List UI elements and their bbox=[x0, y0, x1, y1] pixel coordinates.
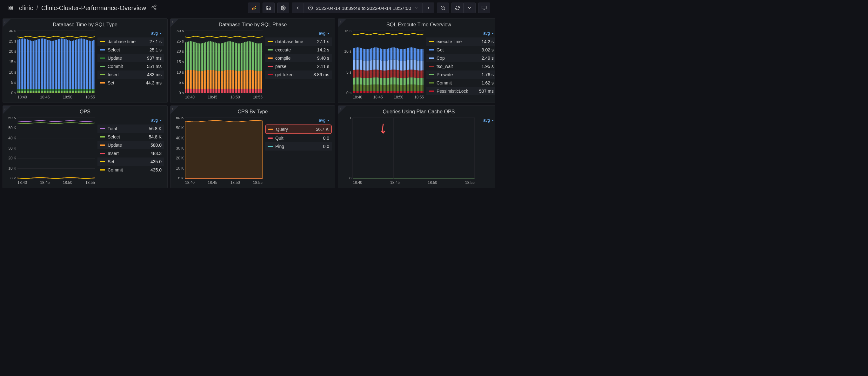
dashboard-grid-icon[interactable] bbox=[5, 3, 17, 13]
legend-swatch bbox=[268, 41, 273, 42]
svg-rect-623 bbox=[380, 70, 381, 78]
svg-rect-588 bbox=[371, 60, 372, 70]
chart-area[interactable]: 0 K10 K20 K30 K40 K50 K60 K 18:4018:4518… bbox=[6, 117, 95, 185]
legend-row[interactable]: Cop 2.49 s bbox=[426, 54, 495, 62]
panel-title: QPS bbox=[6, 108, 164, 117]
chart-area[interactable]: 0 s5 s10 s15 s20 s25 s30 s 18:4018:4518:… bbox=[174, 30, 262, 99]
legend-row[interactable]: Select 25.1 s bbox=[97, 46, 164, 54]
svg-rect-431 bbox=[236, 89, 237, 93]
legend-swatch bbox=[100, 74, 105, 75]
legend-row[interactable]: Ping 0.0 bbox=[265, 142, 332, 151]
info-icon[interactable]: i bbox=[340, 106, 341, 111]
svg-rect-521 bbox=[355, 69, 356, 77]
info-icon[interactable]: i bbox=[172, 106, 173, 111]
legend-row[interactable]: Insert 483 ms bbox=[97, 70, 164, 79]
save-dashboard-button[interactable] bbox=[262, 3, 275, 13]
legend-row[interactable]: parse 2.11 s bbox=[265, 62, 332, 70]
svg-rect-797 bbox=[421, 70, 422, 78]
legend-row[interactable]: Update 937 ms bbox=[97, 54, 164, 62]
panel-title: Database Time by SQL Type bbox=[6, 21, 164, 30]
breadcrumb-folder[interactable]: clinic bbox=[19, 4, 33, 12]
svg-rect-563 bbox=[365, 70, 366, 78]
legend-row[interactable]: PessimisticLock 507 ms bbox=[426, 87, 495, 95]
legend-row[interactable]: Set 435.0 bbox=[97, 158, 164, 166]
svg-rect-561 bbox=[365, 85, 366, 91]
legend-row[interactable]: Commit 1.62 s bbox=[426, 79, 495, 87]
legend-mode-selector[interactable]: avg bbox=[97, 30, 164, 37]
panel-db-time-sql-phase[interactable]: i Database Time by SQL Phase 0 s5 s10 s1… bbox=[170, 19, 335, 103]
svg-rect-607 bbox=[376, 47, 376, 59]
chart-area[interactable]: 0 K10 K20 K30 K40 K50 K60 K 18:4018:4518… bbox=[174, 117, 262, 185]
refresh-button[interactable] bbox=[452, 3, 464, 13]
add-panel-button[interactable] bbox=[248, 3, 260, 13]
legend-mode-selector[interactable]: avg bbox=[426, 30, 495, 37]
legend-row[interactable]: Total 56.8 K bbox=[97, 124, 164, 133]
panel-plan-cache-ops[interactable]: i Queries Using Plan Cache OPS 01 18:401… bbox=[338, 105, 495, 188]
legend-row[interactable]: Commit 435.0 bbox=[97, 166, 164, 174]
legend-row[interactable]: Insert 483.3 bbox=[97, 149, 164, 158]
legend-value: 54.8 K bbox=[149, 134, 162, 139]
legend-row[interactable]: execute time 14.2 s bbox=[426, 37, 495, 46]
legend-row[interactable]: Get 3.02 s bbox=[426, 46, 495, 54]
svg-line-15 bbox=[444, 9, 445, 10]
legend-mode-selector[interactable]: avg bbox=[265, 30, 332, 37]
svg-rect-173 bbox=[59, 39, 60, 89]
svg-rect-717 bbox=[403, 85, 404, 91]
info-icon[interactable]: i bbox=[340, 19, 341, 24]
info-icon[interactable]: i bbox=[172, 19, 173, 24]
svg-rect-571 bbox=[367, 49, 368, 61]
legend-row[interactable]: Commit 551 ms bbox=[97, 62, 164, 70]
legend-row[interactable]: tso_wait 1.95 s bbox=[426, 62, 495, 70]
svg-rect-408 bbox=[227, 70, 228, 89]
svg-rect-744 bbox=[408, 60, 409, 69]
legend-row[interactable]: Select 54.8 K bbox=[97, 133, 164, 141]
info-icon[interactable]: i bbox=[4, 19, 5, 24]
info-icon[interactable]: i bbox=[4, 106, 5, 111]
refresh-interval-dropdown[interactable] bbox=[464, 3, 475, 13]
svg-rect-170 bbox=[59, 92, 60, 93]
chart-area[interactable]: 0 s5 s10 s15 s20 s25 s30 s 18:4018:4518:… bbox=[6, 30, 95, 99]
svg-text:50 K: 50 K bbox=[176, 126, 184, 130]
panel-sql-exec-time[interactable]: i SQL Execute Time Overview 0 s5 s10 s15… bbox=[338, 19, 495, 103]
svg-rect-233 bbox=[78, 39, 79, 89]
legend-row[interactable]: Update 580.0 bbox=[97, 141, 164, 149]
legend-row[interactable]: compile 9.40 s bbox=[265, 54, 332, 62]
svg-text:30 K: 30 K bbox=[8, 146, 16, 151]
dashboard-settings-button[interactable] bbox=[277, 3, 289, 13]
breadcrumb-dashboard[interactable]: Clinic-Cluster-Performance-Overview bbox=[41, 4, 146, 12]
time-range-display[interactable]: 2022-04-14 18:39:49 to 2022-04-14 18:57:… bbox=[304, 3, 422, 13]
legend-mode-selector[interactable]: avg bbox=[97, 117, 164, 124]
zoom-out-button[interactable] bbox=[437, 3, 449, 13]
legend-mode-label: avg bbox=[319, 118, 326, 123]
legend-row[interactable]: get token 3.89 ms bbox=[265, 70, 332, 79]
svg-rect-181 bbox=[63, 91, 63, 92]
legend-row[interactable]: database time 27.1 s bbox=[265, 37, 332, 46]
svg-rect-195 bbox=[67, 92, 68, 93]
svg-rect-78 bbox=[30, 40, 31, 89]
svg-rect-142 bbox=[50, 89, 51, 91]
legend-swatch bbox=[429, 58, 434, 59]
panel-db-time-sql-type[interactable]: i Database Time by SQL Type 0 s5 s10 s15… bbox=[3, 19, 167, 103]
svg-rect-691 bbox=[395, 48, 396, 60]
time-range-back-button[interactable] bbox=[292, 3, 304, 13]
share-icon[interactable] bbox=[151, 4, 157, 12]
svg-rect-532 bbox=[359, 77, 360, 85]
legend-row[interactable]: Quit 0.0 bbox=[265, 134, 332, 142]
cycle-view-button[interactable] bbox=[478, 3, 490, 13]
panel-qps[interactable]: i QPS 0 K10 K20 K30 K40 K50 K60 K 18:401… bbox=[3, 105, 167, 188]
panel-cps-by-type[interactable]: i CPS By Type 0 K10 K20 K30 K40 K50 K60 … bbox=[170, 105, 335, 188]
chart-area[interactable]: 0 s5 s10 s15 s 18:4018:4518:5018:55 bbox=[341, 30, 424, 99]
legend-row[interactable]: Prewrite 1.76 s bbox=[426, 70, 495, 79]
legend-mode-selector[interactable]: avg bbox=[265, 117, 332, 124]
legend-mode-selector[interactable]: avg bbox=[477, 117, 495, 124]
svg-rect-351 bbox=[205, 89, 206, 93]
legend-row[interactable]: Query 56.7 K bbox=[265, 124, 332, 134]
legend-row[interactable]: execute 14.2 s bbox=[265, 46, 332, 54]
svg-rect-100 bbox=[37, 92, 38, 93]
svg-rect-335 bbox=[199, 89, 200, 93]
time-range-forward-button[interactable] bbox=[422, 3, 434, 13]
svg-rect-513 bbox=[354, 85, 355, 91]
legend-row[interactable]: Set 44.3 ms bbox=[97, 79, 164, 87]
legend-row[interactable]: database time 27.1 s bbox=[97, 37, 164, 46]
chart-area[interactable]: 01 18:4018:4518:5018:55 bbox=[341, 117, 475, 185]
